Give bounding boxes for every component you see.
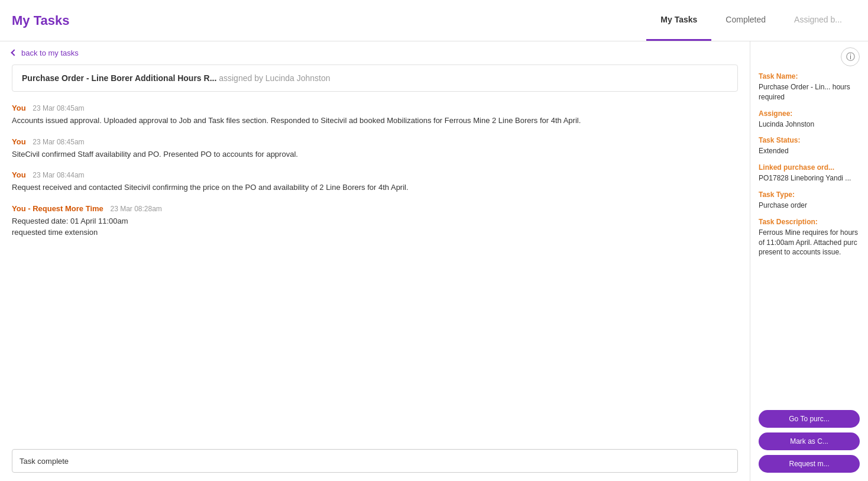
- activity-entry-4: You - Request More Time 23 Mar 08:28am R…: [12, 204, 738, 238]
- activity-entry-3-header: You 23 Mar 08:44am: [12, 170, 738, 179]
- task-description-value: Ferrous Mine requires for hours of 11:00…: [759, 228, 860, 257]
- task-header-bar: Purchase Order - Line Borer Additional H…: [12, 64, 738, 92]
- assignee-label: Assignee:: [759, 109, 860, 118]
- assignee-value: Lucinda Johnston: [759, 120, 860, 130]
- right-panel-top: ⓘ: [759, 47, 860, 66]
- task-name-section: Task Name: Purchase Order - Lin... hours…: [759, 72, 860, 102]
- activity-body-1: Accounts issued approval. Uploaded appro…: [12, 115, 738, 127]
- task-status-value: Extended: [759, 146, 860, 156]
- activity-timestamp-1: 23 Mar 08:45am: [33, 104, 84, 112]
- task-status-label: Task Status:: [759, 136, 860, 144]
- activity-area: You 23 Mar 08:45am Accounts issued appro…: [0, 98, 750, 443]
- chevron-left-icon: [11, 49, 17, 56]
- linked-purchase-order-label: Linked purchase ord...: [759, 163, 860, 172]
- mark-as-button[interactable]: Mark as C...: [759, 432, 860, 450]
- request-more-button[interactable]: Request m...: [759, 455, 860, 473]
- activity-body-2: SiteCivil confirmed Staff availability a…: [12, 149, 738, 160]
- task-type-section: Task Type: Purchase order: [759, 191, 860, 211]
- task-description-section: Task Description: Ferrous Mine requires …: [759, 218, 860, 257]
- main-content: back to my tasks Purchase Order - Line B…: [0, 41, 868, 481]
- right-panel: ⓘ Task Name: Purchase Order - Lin... hou…: [750, 41, 868, 481]
- task-name-value: Purchase Order - Lin... hours required: [759, 82, 860, 102]
- activity-author-4: You - Request More Time: [12, 204, 103, 213]
- activity-entry-1-header: You 23 Mar 08:45am: [12, 104, 738, 112]
- linked-purchase-order-section: Linked purchase ord... PO17828 Lineborin…: [759, 163, 860, 183]
- activity-author-3: You: [12, 170, 26, 179]
- app-container: My Tasks My Tasks Completed Assigned b..…: [0, 0, 868, 481]
- activity-timestamp-3: 23 Mar 08:44am: [33, 171, 84, 179]
- tab-my-tasks[interactable]: My Tasks: [646, 0, 711, 41]
- activity-author-1: You: [12, 104, 26, 112]
- activity-timestamp-4: 23 Mar 08:28am: [110, 205, 161, 213]
- task-title-main: Line Borer Additional Hours R...: [92, 73, 217, 83]
- task-type-value: Purchase order: [759, 201, 860, 211]
- activity-entry-4-header: You - Request More Time 23 Mar 08:28am: [12, 204, 738, 213]
- activity-author-2: You: [12, 137, 26, 146]
- activity-timestamp-2: 23 Mar 08:45am: [33, 138, 84, 146]
- assignee-section: Assignee: Lucinda Johnston: [759, 109, 860, 130]
- tab-assigned-by[interactable]: Assigned b...: [780, 0, 856, 41]
- task-comment-input[interactable]: [12, 449, 738, 473]
- task-status-section: Task Status: Extended: [759, 136, 860, 156]
- header: My Tasks My Tasks Completed Assigned b..…: [0, 0, 868, 41]
- linked-purchase-order-value: PO17828 Lineboring Yandi ...: [759, 173, 860, 183]
- task-header-text: Purchase Order - Line Borer Additional H…: [22, 73, 331, 83]
- activity-entry-3: You 23 Mar 08:44am Request received and …: [12, 170, 738, 193]
- info-icon[interactable]: ⓘ: [841, 47, 860, 66]
- go-to-purchase-button[interactable]: Go To purc...: [759, 410, 860, 428]
- activity-body-3: Request received and contacted Sitecivil…: [12, 182, 738, 193]
- left-panel: back to my tasks Purchase Order - Line B…: [0, 41, 750, 481]
- activity-entry-2: You 23 Mar 08:45am SiteCivil confirmed S…: [12, 137, 738, 160]
- page-title: My Tasks: [12, 13, 69, 28]
- right-panel-buttons: Go To purc... Mark as C... Request m...: [759, 410, 860, 473]
- input-area: [0, 443, 750, 481]
- task-title-prefix: Purchase Order -: [22, 73, 92, 83]
- task-type-label: Task Type:: [759, 191, 860, 199]
- tab-completed[interactable]: Completed: [711, 0, 780, 41]
- activity-entry-2-header: You 23 Mar 08:45am: [12, 137, 738, 146]
- assigned-by-value: assigned by Lucinda Johnston: [219, 73, 330, 83]
- activity-body-4: Requested date: 01 April 11:00am request…: [12, 215, 738, 238]
- back-link[interactable]: back to my tasks: [0, 41, 750, 64]
- task-name-label: Task Name:: [759, 72, 860, 80]
- header-tabs: My Tasks Completed Assigned b...: [646, 0, 856, 41]
- task-description-label: Task Description:: [759, 218, 860, 226]
- activity-entry-1: You 23 Mar 08:45am Accounts issued appro…: [12, 104, 738, 127]
